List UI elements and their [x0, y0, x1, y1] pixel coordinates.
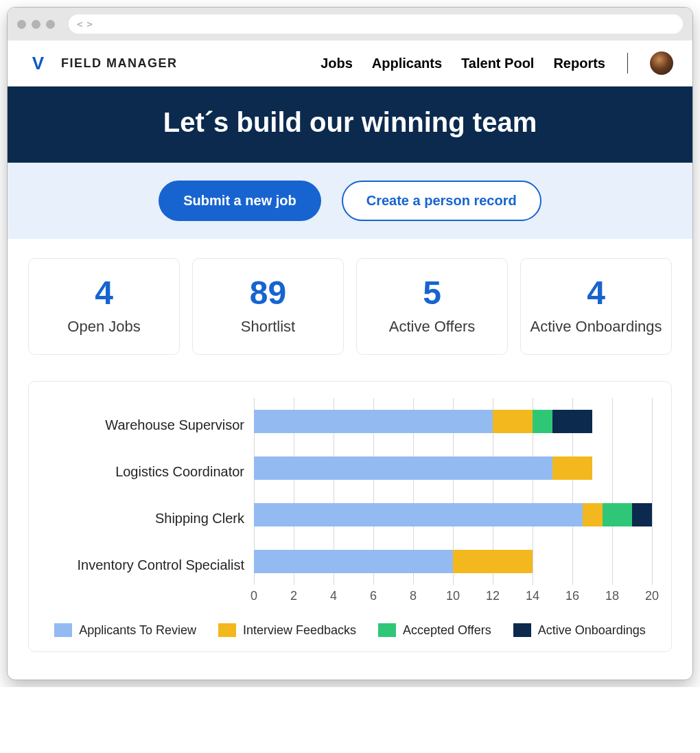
stat-open-jobs[interactable]: 4 Open Jobs: [28, 258, 180, 355]
maximize-window-dot[interactable]: [46, 20, 55, 29]
action-strip: Submit a new job Create a person record: [8, 163, 692, 239]
x-tick: 18: [605, 589, 619, 603]
chart-category-label: Logistics Coordinator: [48, 449, 254, 496]
stat-value: 4: [528, 274, 664, 312]
nav-applicants[interactable]: Applicants: [372, 56, 442, 71]
chart-plot: [254, 398, 652, 585]
chart-bar-stack: [254, 410, 652, 433]
x-tick: 10: [446, 589, 460, 603]
x-tick: 0: [250, 589, 257, 603]
chart-bar-segment: [254, 456, 552, 480]
hero-title: Let´s build our winning team: [21, 107, 679, 138]
legend-swatch: [218, 623, 236, 637]
chart-bar-row: [254, 538, 652, 585]
browser-window: < > V FIELD MANAGER Jobs Applicants Tale…: [7, 7, 693, 680]
nav-divider: [627, 53, 628, 73]
chart-bar-row: [254, 398, 652, 445]
chart-category-label: Inventory Control Specialist: [48, 542, 254, 589]
create-person-button[interactable]: Create a person record: [342, 181, 541, 221]
chart-bar-stack: [254, 456, 652, 480]
logo-icon: V: [27, 52, 49, 74]
nav-forward-icon[interactable]: >: [86, 19, 92, 29]
stat-label: Active Onboardings: [528, 317, 664, 336]
x-tick: 6: [370, 589, 377, 603]
legend-label: Applicants To Review: [79, 623, 196, 638]
chart-gridline: [652, 398, 653, 585]
chart-bar-row: [254, 491, 652, 538]
stat-label: Shortlist: [200, 317, 336, 336]
legend-swatch: [378, 623, 396, 637]
nav-talent-pool[interactable]: Talent Pool: [461, 56, 534, 71]
legend-item: Applicants To Review: [54, 623, 196, 638]
x-tick: 4: [330, 589, 337, 603]
chart-category-label: Shipping Clerk: [48, 496, 254, 542]
nav-back-icon[interactable]: <: [77, 19, 82, 29]
stat-shortlist[interactable]: 89 Shortlist: [192, 258, 344, 355]
x-tick: 14: [526, 589, 539, 603]
primary-nav: Jobs Applicants Talent Pool Reports: [320, 51, 673, 75]
submit-job-button[interactable]: Submit a new job: [159, 181, 320, 221]
x-tick: 12: [486, 589, 500, 603]
chart-bar-segment: [552, 456, 592, 480]
stat-label: Open Jobs: [36, 317, 172, 336]
chart-bar-segment: [254, 550, 453, 573]
stat-active-offers[interactable]: 5 Active Offers: [356, 258, 508, 355]
legend-item: Accepted Offers: [378, 623, 491, 638]
chart-bar-segment: [254, 410, 493, 433]
stat-value: 89: [200, 274, 336, 312]
minimize-window-dot[interactable]: [32, 20, 40, 29]
chart-x-axis: 02468101214161820: [254, 589, 652, 607]
hero-banner: Let´s build our winning team: [8, 86, 692, 163]
chart-bar-row: [254, 445, 652, 491]
legend-swatch: [513, 623, 531, 637]
app-title: FIELD MANAGER: [61, 56, 178, 71]
avatar[interactable]: [650, 51, 673, 75]
close-window-dot[interactable]: [17, 20, 26, 29]
browser-chrome: < >: [8, 8, 692, 40]
chart-bar-segment: [453, 550, 533, 573]
nav-reports[interactable]: Reports: [553, 56, 605, 71]
x-tick: 8: [410, 589, 417, 603]
chart-category-labels: Warehouse SupervisorLogistics Coordinato…: [48, 398, 254, 607]
chart-bar-segment: [632, 503, 652, 526]
app-header: V FIELD MANAGER Jobs Applicants Talent P…: [8, 40, 692, 86]
stat-active-onboardings[interactable]: 4 Active Onboardings: [520, 258, 672, 355]
chart-bar-stack: [254, 550, 652, 573]
chart-bar-segment: [254, 503, 583, 526]
x-tick: 20: [645, 589, 659, 603]
legend-swatch: [54, 623, 72, 637]
legend-label: Active Onboardings: [538, 623, 646, 638]
chart-bar-segment: [603, 503, 633, 526]
chart-bar-segment: [583, 503, 603, 526]
legend-label: Interview Feedbacks: [243, 623, 356, 638]
chart-bar-segment: [533, 410, 552, 433]
stat-label: Active Offers: [364, 317, 500, 336]
legend-item: Active Onboardings: [513, 623, 646, 638]
chart-legend: Applicants To ReviewInterview FeedbacksA…: [48, 623, 652, 638]
nav-jobs[interactable]: Jobs: [320, 56, 353, 71]
url-bar[interactable]: < >: [69, 14, 683, 34]
legend-item: Interview Feedbacks: [218, 623, 356, 638]
chart-bar-segment: [493, 410, 533, 433]
legend-label: Accepted Offers: [403, 623, 491, 638]
stat-value: 5: [364, 274, 500, 312]
stats-row: 4 Open Jobs 89 Shortlist 5 Active Offers…: [8, 239, 692, 374]
pipeline-chart: Warehouse SupervisorLogistics Coordinato…: [28, 381, 672, 652]
chart-category-label: Warehouse Supervisor: [48, 402, 254, 449]
chart-bar-stack: [254, 503, 652, 526]
chart-bar-segment: [552, 410, 592, 433]
x-tick: 16: [565, 589, 579, 603]
window-controls: [17, 20, 55, 29]
x-tick: 2: [290, 589, 297, 603]
stat-value: 4: [36, 274, 172, 312]
